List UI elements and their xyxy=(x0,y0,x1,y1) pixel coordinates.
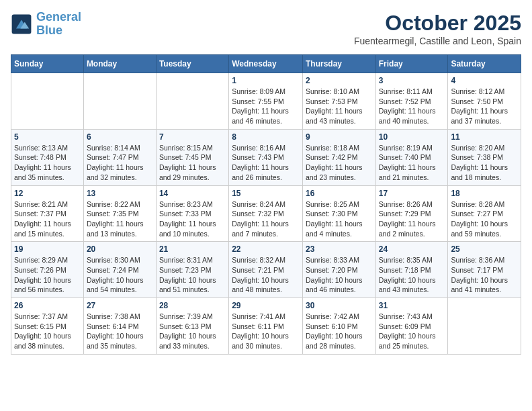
day-number: 5 xyxy=(14,132,81,142)
day-number: 8 xyxy=(232,132,300,142)
day-info: Sunrise: 7:38 AMSunset: 6:14 PMDaylight:… xyxy=(87,312,153,351)
calendar-cell xyxy=(156,73,228,130)
day-number: 14 xyxy=(159,189,226,198)
calendar-cell: 13Sunrise: 8:22 AMSunset: 7:35 PMDayligh… xyxy=(83,185,156,242)
calendar-week-1: 1Sunrise: 8:09 AMSunset: 7:55 PMDaylight… xyxy=(11,73,521,130)
day-info: Sunrise: 8:31 AMSunset: 7:23 PMDaylight:… xyxy=(159,255,226,295)
day-number: 1 xyxy=(232,76,300,85)
weekday-header-wednesday: Wednesday xyxy=(229,55,303,73)
day-info: Sunrise: 8:29 AMSunset: 7:26 PMDaylight:… xyxy=(14,255,81,295)
day-number: 22 xyxy=(232,244,300,254)
day-number: 10 xyxy=(379,132,445,142)
day-info: Sunrise: 8:25 AMSunset: 7:30 PMDaylight:… xyxy=(306,199,373,239)
day-number: 15 xyxy=(232,189,300,198)
day-info: Sunrise: 7:37 AMSunset: 6:15 PMDaylight:… xyxy=(14,312,81,351)
day-info: Sunrise: 7:41 AMSunset: 6:11 PMDaylight:… xyxy=(232,312,300,351)
logo-line1: General xyxy=(36,10,81,24)
calendar-cell: 1Sunrise: 8:09 AMSunset: 7:55 PMDaylight… xyxy=(229,73,303,130)
day-number: 12 xyxy=(14,189,81,198)
day-number: 13 xyxy=(87,189,153,198)
calendar-cell: 16Sunrise: 8:25 AMSunset: 7:30 PMDayligh… xyxy=(302,185,375,242)
calendar-cell: 29Sunrise: 7:41 AMSunset: 6:11 PMDayligh… xyxy=(229,298,303,355)
day-number: 16 xyxy=(306,189,373,198)
calendar-cell: 21Sunrise: 8:31 AMSunset: 7:23 PMDayligh… xyxy=(156,242,228,298)
calendar-cell: 25Sunrise: 8:36 AMSunset: 7:17 PMDayligh… xyxy=(448,242,521,298)
calendar-cell: 22Sunrise: 8:32 AMSunset: 7:21 PMDayligh… xyxy=(229,242,303,298)
calendar-cell: 7Sunrise: 8:15 AMSunset: 7:45 PMDaylight… xyxy=(156,129,228,185)
logo-icon xyxy=(11,13,32,35)
calendar-cell: 15Sunrise: 8:24 AMSunset: 7:32 PMDayligh… xyxy=(229,185,303,242)
calendar-cell xyxy=(448,298,521,355)
month-title: October 2025 xyxy=(354,11,521,36)
day-info: Sunrise: 8:10 AMSunset: 7:53 PMDaylight:… xyxy=(306,87,373,126)
day-number: 11 xyxy=(451,132,518,142)
weekday-header-friday: Friday xyxy=(375,55,448,73)
day-info: Sunrise: 8:26 AMSunset: 7:29 PMDaylight:… xyxy=(379,199,445,239)
day-number: 17 xyxy=(379,189,445,198)
calendar-table: SundayMondayTuesdayWednesdayThursdayFrid… xyxy=(11,54,521,355)
day-info: Sunrise: 8:14 AMSunset: 7:47 PMDaylight:… xyxy=(87,143,153,183)
calendar-cell xyxy=(11,73,84,130)
calendar-cell: 31Sunrise: 7:43 AMSunset: 6:09 PMDayligh… xyxy=(375,298,448,355)
calendar-cell: 24Sunrise: 8:35 AMSunset: 7:18 PMDayligh… xyxy=(375,242,448,298)
calendar-cell: 26Sunrise: 7:37 AMSunset: 6:15 PMDayligh… xyxy=(11,298,84,355)
day-number: 18 xyxy=(451,189,518,198)
day-info: Sunrise: 8:24 AMSunset: 7:32 PMDaylight:… xyxy=(232,199,300,239)
logo-text: General Blue xyxy=(36,11,81,38)
calendar-cell: 10Sunrise: 8:19 AMSunset: 7:40 PMDayligh… xyxy=(375,129,448,185)
calendar-cell: 5Sunrise: 8:13 AMSunset: 7:48 PMDaylight… xyxy=(11,129,84,185)
day-number: 27 xyxy=(87,301,153,310)
calendar-cell: 19Sunrise: 8:29 AMSunset: 7:26 PMDayligh… xyxy=(11,242,84,298)
day-number: 2 xyxy=(306,76,373,85)
calendar-cell: 2Sunrise: 8:10 AMSunset: 7:53 PMDaylight… xyxy=(302,73,375,130)
day-number: 26 xyxy=(14,301,81,310)
weekday-header-saturday: Saturday xyxy=(448,55,521,73)
calendar-cell: 9Sunrise: 8:18 AMSunset: 7:42 PMDaylight… xyxy=(302,129,375,185)
day-info: Sunrise: 8:18 AMSunset: 7:42 PMDaylight:… xyxy=(306,143,373,183)
logo: General Blue xyxy=(11,11,81,38)
day-number: 19 xyxy=(14,244,81,254)
calendar-cell: 6Sunrise: 8:14 AMSunset: 7:47 PMDaylight… xyxy=(83,129,156,185)
calendar-cell: 11Sunrise: 8:20 AMSunset: 7:38 PMDayligh… xyxy=(448,129,521,185)
calendar-cell: 12Sunrise: 8:21 AMSunset: 7:37 PMDayligh… xyxy=(11,185,84,242)
weekday-header-sunday: Sunday xyxy=(11,55,84,73)
day-number: 9 xyxy=(306,132,373,142)
day-info: Sunrise: 8:11 AMSunset: 7:52 PMDaylight:… xyxy=(379,87,445,126)
day-number: 23 xyxy=(306,244,373,254)
calendar-cell: 20Sunrise: 8:30 AMSunset: 7:24 PMDayligh… xyxy=(83,242,156,298)
day-info: Sunrise: 7:42 AMSunset: 6:10 PMDaylight:… xyxy=(306,312,373,351)
day-info: Sunrise: 8:16 AMSunset: 7:43 PMDaylight:… xyxy=(232,143,300,183)
calendar-week-4: 19Sunrise: 8:29 AMSunset: 7:26 PMDayligh… xyxy=(11,242,521,298)
day-number: 7 xyxy=(159,132,226,142)
calendar-cell: 18Sunrise: 8:28 AMSunset: 7:27 PMDayligh… xyxy=(448,185,521,242)
calendar-cell: 8Sunrise: 8:16 AMSunset: 7:43 PMDaylight… xyxy=(229,129,303,185)
day-info: Sunrise: 8:19 AMSunset: 7:40 PMDaylight:… xyxy=(379,143,445,183)
day-number: 4 xyxy=(451,76,518,85)
day-info: Sunrise: 8:12 AMSunset: 7:50 PMDaylight:… xyxy=(451,87,518,126)
day-info: Sunrise: 8:33 AMSunset: 7:20 PMDaylight:… xyxy=(306,255,373,295)
calendar-header-row: SundayMondayTuesdayWednesdayThursdayFrid… xyxy=(11,55,521,73)
day-info: Sunrise: 8:36 AMSunset: 7:17 PMDaylight:… xyxy=(451,255,518,295)
day-info: Sunrise: 7:39 AMSunset: 6:13 PMDaylight:… xyxy=(159,312,226,351)
day-number: 30 xyxy=(306,301,373,310)
day-info: Sunrise: 8:20 AMSunset: 7:38 PMDaylight:… xyxy=(451,143,518,183)
day-number: 24 xyxy=(379,244,445,254)
weekday-header-tuesday: Tuesday xyxy=(156,55,228,73)
calendar-week-2: 5Sunrise: 8:13 AMSunset: 7:48 PMDaylight… xyxy=(11,129,521,185)
day-info: Sunrise: 8:23 AMSunset: 7:33 PMDaylight:… xyxy=(159,199,226,239)
day-info: Sunrise: 8:15 AMSunset: 7:45 PMDaylight:… xyxy=(159,143,226,183)
logo-line2: Blue xyxy=(36,24,62,37)
calendar-cell: 17Sunrise: 8:26 AMSunset: 7:29 PMDayligh… xyxy=(375,185,448,242)
day-info: Sunrise: 8:22 AMSunset: 7:35 PMDaylight:… xyxy=(87,199,153,239)
day-info: Sunrise: 8:13 AMSunset: 7:48 PMDaylight:… xyxy=(14,143,81,183)
day-info: Sunrise: 8:32 AMSunset: 7:21 PMDaylight:… xyxy=(232,255,300,295)
day-info: Sunrise: 8:09 AMSunset: 7:55 PMDaylight:… xyxy=(232,87,300,126)
page-header: General Blue October 2025 Fuentearmegil,… xyxy=(11,11,521,46)
weekday-header-monday: Monday xyxy=(83,55,156,73)
calendar-cell: 3Sunrise: 8:11 AMSunset: 7:52 PMDaylight… xyxy=(375,73,448,130)
day-info: Sunrise: 8:30 AMSunset: 7:24 PMDaylight:… xyxy=(87,255,153,295)
calendar-cell: 14Sunrise: 8:23 AMSunset: 7:33 PMDayligh… xyxy=(156,185,228,242)
day-number: 25 xyxy=(451,244,518,254)
day-info: Sunrise: 8:28 AMSunset: 7:27 PMDaylight:… xyxy=(451,199,518,239)
calendar-week-5: 26Sunrise: 7:37 AMSunset: 6:15 PMDayligh… xyxy=(11,298,521,355)
